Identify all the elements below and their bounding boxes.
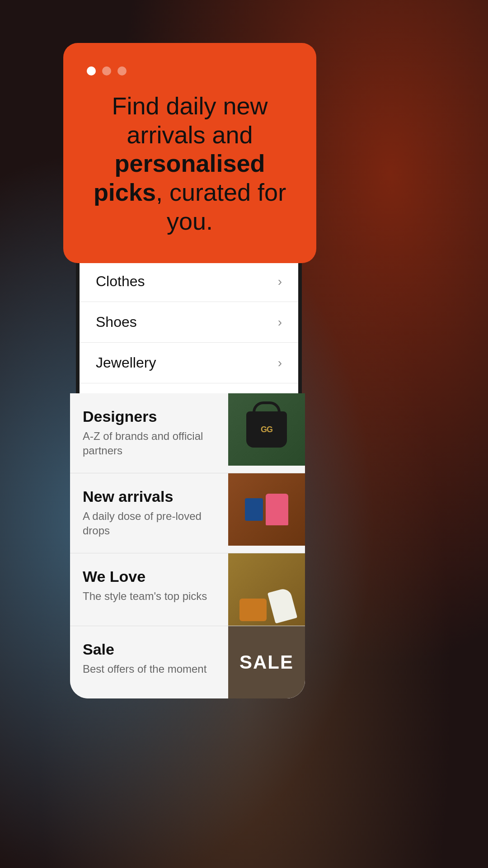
arrivals-coat-illustration [266, 494, 288, 525]
promo-card-arrivals[interactable]: New arrivals A daily dose of pre-loved d… [70, 473, 305, 553]
dot-3[interactable] [117, 66, 127, 75]
menu-item-shoes[interactable]: Shoes › [80, 302, 298, 343]
dot-1[interactable] [87, 66, 96, 75]
promo-image-designers [228, 393, 305, 466]
chevron-icon: › [278, 356, 282, 370]
chevron-icon: › [278, 315, 282, 330]
promo-text-sale: Sale Best offers of the moment [70, 626, 228, 698]
promo-text-welove: We Love The style team's top picks [70, 553, 228, 626]
menu-item-clothes[interactable]: Clothes › [80, 261, 298, 302]
promo-image-welove [228, 553, 305, 626]
promo-section: Designers A-Z of brands and official par… [70, 393, 305, 698]
welove-bag-illustration [239, 599, 267, 621]
promo-image-arrivals [228, 473, 305, 546]
arrivals-bag-illustration [245, 498, 263, 521]
promo-text-designers: Designers A-Z of brands and official par… [70, 393, 228, 473]
sale-text-label: SALE [239, 651, 294, 673]
promo-card-sale[interactable]: Sale Best offers of the moment SALE [70, 626, 305, 698]
bag-illustration [246, 411, 287, 448]
promo-image-sale: SALE [228, 626, 305, 698]
hero-title: Find daily new arrivals and personalised… [87, 92, 293, 236]
promo-card-designers[interactable]: Designers A-Z of brands and official par… [70, 393, 305, 473]
carousel-dots [87, 66, 293, 75]
hero-card: Find daily new arrivals and personalised… [63, 43, 316, 263]
promo-card-welove[interactable]: We Love The style team's top picks [70, 553, 305, 626]
dot-2[interactable] [102, 66, 111, 75]
welove-shoe-illustration [267, 587, 297, 623]
menu-item-jewellery[interactable]: Jewellery › [80, 343, 298, 383]
chevron-icon: › [278, 274, 282, 289]
promo-text-arrivals: New arrivals A daily dose of pre-loved d… [70, 473, 228, 553]
